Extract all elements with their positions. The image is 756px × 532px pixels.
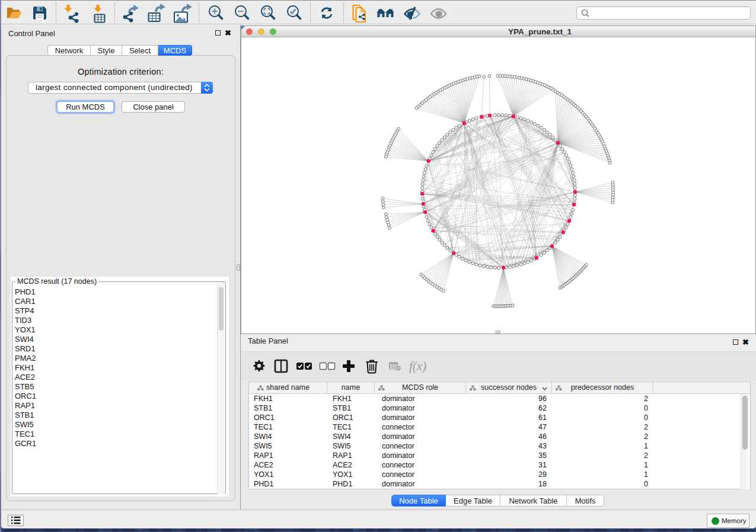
svg-text:f(x): f(x): [409, 359, 426, 373]
